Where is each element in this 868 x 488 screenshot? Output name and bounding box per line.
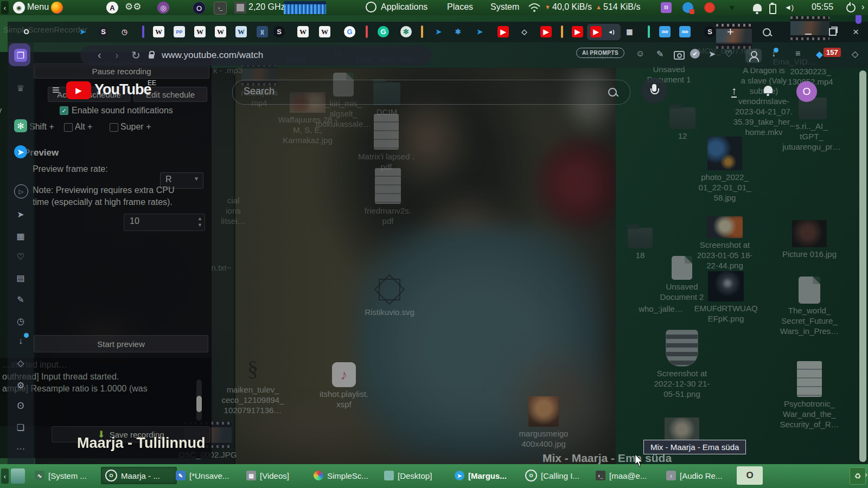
taskbar-item[interactable]: OMaarja - ... [101, 467, 177, 484]
taskbar-item-icon: ♪ [666, 471, 676, 480]
taskbar-item-label: [Calling I... [541, 471, 579, 480]
taskbar-item-icon [384, 471, 394, 480]
panel-bell-icon[interactable] [753, 4, 762, 11]
tray-app-icon[interactable] [682, 2, 693, 13]
taskbar-item[interactable]: ♪[Audio Re... [662, 467, 742, 484]
taskbar-item-label: [Desktop] [398, 471, 432, 480]
opera-icon[interactable]: O [193, 2, 206, 15]
taskbar-item[interactable]: ✎[*Unsave... [171, 467, 247, 484]
panel-left-chevron[interactable]: ‹ [1, 1, 9, 14]
upload-icon[interactable]: ↑ [731, 85, 737, 98]
panel-right-chevron[interactable]: › [861, 2, 864, 12]
voice-search-mic-icon[interactable] [641, 78, 667, 104]
hamburger-menu-icon[interactable]: ≡ [52, 82, 60, 98]
taskbar-item-label: [*Unsave... [189, 471, 229, 480]
net-up-speed[interactable]: 514 KiB/s [603, 2, 640, 12]
taskbar-item-label: [Margus... [468, 471, 507, 480]
upload-arrow-icon: ▲ [596, 4, 602, 10]
net-down-speed[interactable]: 40,0 KiB/s [552, 2, 592, 12]
taskbar-item-label: SimpleSc... [327, 471, 368, 480]
taskbar: ‹ ∿[System ...OMaarja - ...✎[*Unsave...▤… [0, 464, 868, 488]
firefox-icon[interactable] [51, 2, 63, 14]
menu-logo-icon[interactable]: ◉ [13, 2, 25, 14]
taskbar-item[interactable]: ∿[System ... [30, 467, 106, 484]
taskbar-item[interactable]: ›_[maa@e... [591, 467, 667, 484]
show-desktop-button[interactable] [11, 468, 25, 484]
clock[interactable]: 05:55 [812, 2, 833, 12]
taskbar-item[interactable]: [Desktop] [380, 467, 456, 484]
wifi-icon[interactable] [527, 2, 541, 13]
taskbar-left-chevron[interactable]: ‹ [1, 468, 9, 484]
youtube-logo-icon[interactable]: ▶ [66, 81, 91, 99]
search-icon[interactable] [608, 88, 617, 97]
mouse-cursor [635, 454, 643, 467]
notifications-bell-icon[interactable] [764, 86, 773, 93]
taskbar-item-icon [314, 471, 323, 480]
cpu-chip-icon [234, 2, 246, 14]
taskbar-item-label: [System ... [48, 471, 87, 480]
search-a-icon[interactable]: A [106, 2, 118, 14]
taskbar-item-icon: ➤ [455, 471, 464, 480]
battery-icon [769, 4, 776, 14]
gears-icon[interactable]: ⚙⚙ [125, 1, 141, 12]
taskbar-right-chevron[interactable]: › [865, 470, 867, 479]
youtube-region-label: EE [148, 79, 156, 87]
places-menu[interactable]: Places [447, 2, 473, 12]
youtube-logo-text[interactable]: YouTube [94, 81, 151, 98]
taskbar-item-label: [maa@e... [609, 471, 647, 480]
active-window-thumb-button[interactable]: O [737, 466, 763, 485]
taskbar-item[interactable]: SimpleSc... [309, 467, 385, 484]
profile-avatar[interactable]: O [796, 81, 817, 102]
recycle-bin-icon[interactable]: ♻ [850, 467, 866, 485]
taskbar-item-icon: O [525, 470, 537, 481]
video-title-overlay: Maarja - Tulilinnud [77, 435, 206, 452]
power-icon[interactable] [846, 3, 856, 12]
youtube-search-box[interactable]: Search [232, 80, 630, 105]
taskbar-item[interactable]: O[Calling I... [521, 467, 597, 484]
taskbar-item-icon: O [105, 470, 117, 481]
tray-media-icon[interactable]: ‖‖ [661, 2, 672, 13]
tor-icon[interactable]: ◎ [157, 2, 169, 14]
search-placeholder: Search [244, 86, 275, 97]
speaker-icon[interactable]: ◄) [784, 3, 794, 11]
top-panel: ‹ ◉ Menu A ⚙⚙ ◎ O ›_ 2,20 GHz Applicatio… [0, 0, 868, 15]
taskbar-item-icon: ▤ [246, 471, 256, 480]
terminal-icon[interactable]: ›_ [214, 2, 227, 15]
system-menu[interactable]: System [490, 2, 519, 12]
record-indicator-icon[interactable] [704, 2, 715, 13]
desktop-screen: kesrti11DSC_0001.JPGk - .mp3russisjonamp… [0, 0, 868, 488]
taskbar-item-label: Maarja - ... [121, 471, 160, 480]
applications-logo-icon[interactable] [366, 2, 376, 12]
taskbar-item-icon: ∿ [35, 471, 44, 480]
taskbar-item-icon: ›_ [596, 471, 605, 480]
menu-label[interactable]: Menu [27, 2, 49, 12]
tooltip: Mix - Maarja - Ema süda [643, 440, 746, 454]
taskbar-item-icon: ✎ [176, 471, 186, 480]
taskbar-item-label: [Videos] [260, 471, 289, 480]
cpu-graph[interactable] [284, 1, 326, 14]
download-arrow-icon: ▼ [545, 4, 551, 10]
volume-triangle-icon[interactable]: ▼ [728, 3, 736, 12]
youtube-page: ≡ ▶ YouTube EE Search ↑ O Maarja - Tulil… [0, 0, 868, 488]
cpu-frequency[interactable]: 2,20 GHz [248, 2, 285, 12]
taskbar-item[interactable]: ▤[Videos] [242, 467, 315, 484]
taskbar-item[interactable]: ➤[Margus... [450, 467, 526, 484]
applications-menu[interactable]: Applications [381, 2, 427, 12]
taskbar-item-label: [Audio Re... [680, 471, 722, 480]
